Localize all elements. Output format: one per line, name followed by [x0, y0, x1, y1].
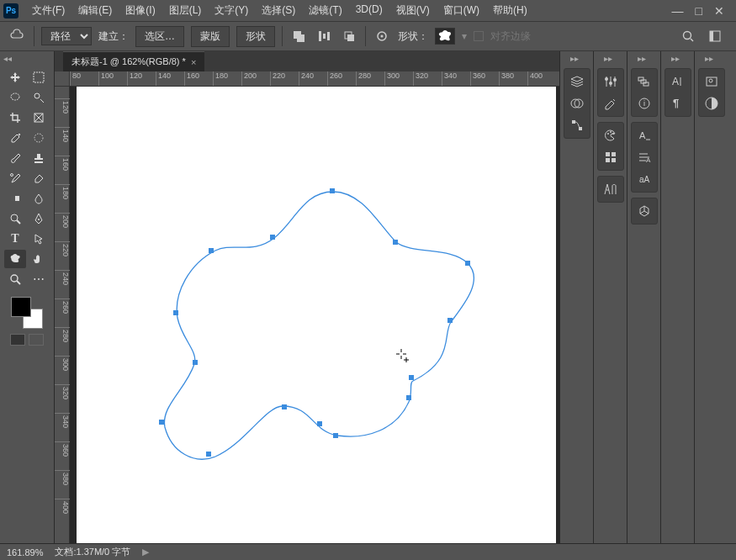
- eyedropper-tool[interactable]: [4, 129, 26, 147]
- svg-rect-2: [319, 31, 321, 41]
- gear-icon[interactable]: [373, 27, 391, 45]
- quick-mask-icon[interactable]: [10, 334, 25, 346]
- stamp-tool[interactable]: [28, 149, 50, 167]
- horizontal-ruler[interactable]: 8010012014016018020022024026028030032034…: [70, 71, 559, 87]
- menu-select[interactable]: 选择(S): [255, 0, 302, 21]
- menu-help[interactable]: 帮助(H): [486, 0, 534, 21]
- foreground-color-swatch[interactable]: [11, 297, 31, 317]
- ruler-origin[interactable]: [55, 71, 70, 87]
- menu-file[interactable]: 文件(F): [25, 0, 71, 21]
- shape-preview[interactable]: [435, 28, 455, 45]
- brush-tool[interactable]: [4, 149, 26, 167]
- lasso-tool[interactable]: [4, 88, 26, 107]
- healing-tool[interactable]: [28, 129, 50, 147]
- close-button[interactable]: ✕: [714, 4, 724, 18]
- workspace-switcher-icon[interactable]: [706, 27, 724, 45]
- artboard[interactable]: [77, 87, 556, 543]
- menu-filter[interactable]: 滤镜(T): [302, 0, 348, 21]
- channels-panel-icon[interactable]: [566, 93, 588, 114]
- styles-panel-icon[interactable]: [600, 93, 622, 114]
- libraries-panel-icon[interactable]: [600, 179, 622, 199]
- blur-tool[interactable]: [28, 189, 50, 208]
- search-icon[interactable]: [679, 27, 697, 45]
- expand-panels-icon[interactable]: ▸▸: [671, 54, 680, 63]
- crop-tool[interactable]: [4, 108, 26, 127]
- gradient-tool[interactable]: [4, 189, 26, 208]
- make-shape-button[interactable]: 形状: [236, 26, 275, 47]
- maximize-button[interactable]: □: [696, 4, 702, 18]
- svg-rect-30: [465, 261, 470, 266]
- eraser-tool[interactable]: [28, 169, 50, 188]
- color-swatches[interactable]: [11, 297, 43, 329]
- 3d-panel-icon[interactable]: [633, 201, 655, 221]
- zoom-tool[interactable]: [4, 270, 26, 288]
- vertical-ruler[interactable]: 1201401601802002202402602803003203403603…: [55, 87, 70, 543]
- svg-text:A: A: [646, 156, 651, 164]
- svg-rect-13: [34, 72, 44, 82]
- properties-panel-icon[interactable]: i: [633, 93, 655, 114]
- history-brush-tool[interactable]: [4, 169, 26, 188]
- expand-panels-icon[interactable]: ▸▸: [638, 54, 646, 63]
- document-info[interactable]: 文档:1.37M/0 字节: [55, 546, 130, 558]
- menu-edit[interactable]: 编辑(E): [71, 0, 119, 21]
- marquee-tool[interactable]: [28, 68, 50, 87]
- menu-type[interactable]: 文字(Y): [208, 0, 255, 21]
- expand-panels-icon[interactable]: ▸▸: [604, 54, 612, 63]
- swatches-panel-icon[interactable]: [600, 147, 622, 167]
- paragraph-styles-panel-icon[interactable]: ¶: [667, 93, 689, 114]
- path-select-tool[interactable]: [28, 230, 50, 248]
- edit-toolbar-icon[interactable]: ⋯: [28, 270, 50, 288]
- color-panel-icon[interactable]: [600, 125, 622, 145]
- path-arrangement-icon[interactable]: [340, 27, 358, 45]
- paragraph-panel-icon[interactable]: A: [633, 147, 655, 167]
- vector-path[interactable]: [77, 87, 556, 543]
- svg-rect-51: [572, 120, 575, 124]
- history-panel-icon[interactable]: [633, 71, 655, 92]
- layers-panel-icon[interactable]: [566, 71, 588, 92]
- pen-tool[interactable]: [28, 209, 50, 228]
- expand-panels-icon[interactable]: ▸▸: [570, 54, 579, 63]
- type-panel-icon[interactable]: A: [667, 71, 689, 92]
- path-alignment-icon[interactable]: [315, 27, 333, 45]
- align-edges-checkbox[interactable]: [474, 31, 484, 41]
- collapse-icon[interactable]: ◂◂: [3, 54, 12, 63]
- make-selection-button[interactable]: 选区…: [135, 26, 184, 47]
- status-more-icon[interactable]: ▶: [142, 547, 149, 557]
- path-operations-icon[interactable]: [289, 27, 308, 45]
- mode-select[interactable]: 路径: [41, 27, 92, 45]
- info-panel-icon[interactable]: [701, 93, 723, 114]
- navigator-panel-icon[interactable]: [701, 71, 723, 92]
- menu-layer[interactable]: 图层(L): [162, 0, 209, 21]
- menu-window[interactable]: 窗口(W): [437, 0, 486, 21]
- minimize-button[interactable]: —: [672, 4, 684, 18]
- make-mask-button[interactable]: 蒙版: [191, 26, 230, 47]
- svg-text:i: i: [643, 99, 645, 108]
- svg-rect-29: [393, 240, 398, 245]
- svg-point-57: [609, 82, 612, 85]
- menu-view[interactable]: 视图(V): [389, 0, 437, 21]
- custom-shape-tool[interactable]: [4, 250, 26, 268]
- menu-image[interactable]: 图像(I): [119, 0, 161, 21]
- menu-3d[interactable]: 3D(D): [349, 0, 389, 21]
- tool-preset-icon[interactable]: [7, 26, 27, 46]
- glyphs-panel-icon[interactable]: aA: [633, 169, 655, 189]
- svg-point-20: [11, 174, 13, 177]
- document-tab[interactable]: 未标题-1 @ 162%(RGB/8) * ×: [63, 51, 204, 71]
- dodge-tool[interactable]: [4, 209, 26, 228]
- close-tab-icon[interactable]: ×: [191, 57, 196, 67]
- frame-tool[interactable]: [28, 108, 50, 127]
- svg-line-27: [17, 281, 20, 284]
- quick-select-tool[interactable]: [28, 88, 50, 107]
- character-panel-icon[interactable]: A: [633, 125, 655, 145]
- type-tool[interactable]: T: [4, 230, 26, 248]
- expand-panels-icon[interactable]: ▸▸: [705, 54, 713, 63]
- zoom-level[interactable]: 161.89%: [7, 547, 43, 557]
- adjustments-panel-icon[interactable]: [600, 71, 622, 92]
- align-edges-label: 对齐边缘: [490, 29, 531, 44]
- paths-panel-icon[interactable]: [566, 115, 588, 135]
- screen-mode-icon[interactable]: [29, 334, 44, 346]
- move-tool[interactable]: [4, 68, 26, 87]
- svg-point-14: [11, 93, 19, 100]
- hand-tool[interactable]: [28, 250, 50, 268]
- canvas[interactable]: [70, 87, 559, 543]
